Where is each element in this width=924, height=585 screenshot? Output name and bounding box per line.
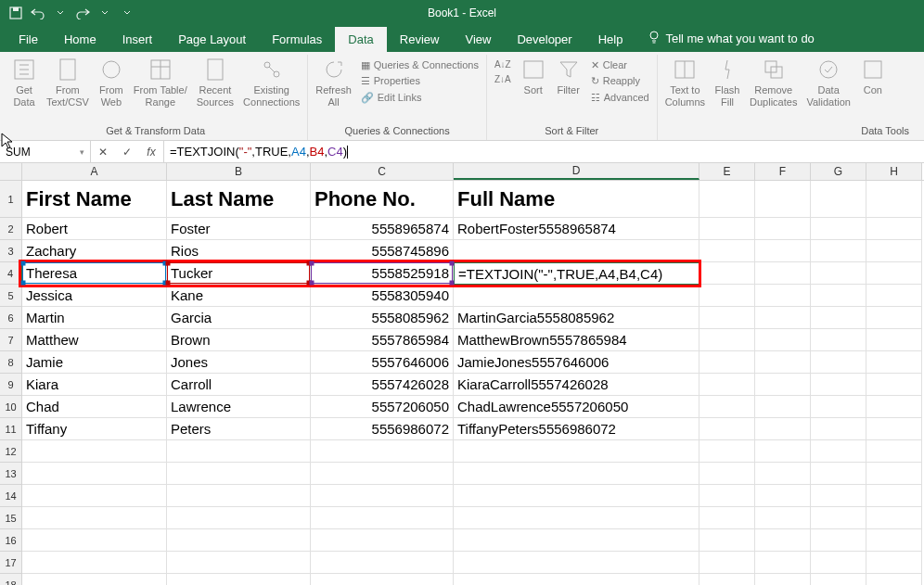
cell-B4[interactable]: Tucker	[167, 262, 311, 285]
cell-E1[interactable]	[699, 181, 755, 218]
save-icon[interactable]	[7, 5, 24, 21]
cell-C10[interactable]: 5557206050	[311, 396, 454, 418]
column-header-F[interactable]: F	[755, 163, 811, 180]
row-header-7[interactable]: 7	[0, 329, 22, 351]
tab-data[interactable]: Data	[335, 27, 386, 52]
cell-G13[interactable]	[811, 463, 866, 485]
cell-H6[interactable]	[866, 307, 922, 329]
cell-H3[interactable]	[866, 240, 922, 262]
cell-A1[interactable]: First Name	[22, 181, 167, 218]
cell-G3[interactable]	[811, 240, 866, 262]
cell-C17[interactable]	[311, 552, 454, 574]
cell-C3[interactable]: 5558745896	[311, 240, 454, 262]
cell-A6[interactable]: Martin	[22, 307, 167, 329]
cell-H8[interactable]	[866, 351, 922, 374]
cell-C7[interactable]: 5557865984	[311, 329, 454, 351]
cell-G4[interactable]	[811, 262, 866, 285]
row-header-16[interactable]: 16	[0, 529, 22, 552]
from-textcsv-button[interactable]: From Text/CSV	[46, 57, 89, 108]
cell-A13[interactable]	[22, 463, 167, 485]
cell-B2[interactable]: Foster	[167, 218, 311, 240]
row-header-1[interactable]: 1	[0, 181, 22, 218]
refresh-all-button[interactable]: Refresh All	[315, 57, 352, 108]
cell-D16[interactable]	[454, 529, 699, 552]
cell-H16[interactable]	[866, 529, 922, 552]
tab-view[interactable]: View	[452, 27, 504, 52]
cell-F17[interactable]	[755, 552, 811, 574]
cell-E13[interactable]	[699, 463, 755, 485]
cell-F11[interactable]	[755, 418, 811, 440]
cell-G14[interactable]	[811, 485, 866, 507]
cell-A2[interactable]: Robert	[22, 218, 167, 240]
cell-G12[interactable]	[811, 440, 866, 463]
cell-E11[interactable]	[699, 418, 755, 440]
cell-E14[interactable]	[699, 485, 755, 507]
row-header-6[interactable]: 6	[0, 307, 22, 329]
cell-F1[interactable]	[755, 181, 811, 218]
cell-A16[interactable]	[22, 529, 167, 552]
cell-G8[interactable]	[811, 351, 866, 374]
cell-H18[interactable]	[866, 574, 922, 585]
cell-D6[interactable]: MartinGarcia5558085962	[454, 307, 699, 329]
cell-H2[interactable]	[866, 218, 922, 240]
cell-D17[interactable]	[454, 552, 699, 574]
filter-button[interactable]: Filter	[556, 57, 582, 96]
sort-button[interactable]: Sort	[520, 57, 546, 96]
row-header-4[interactable]: 4	[0, 262, 22, 285]
undo-dropdown-icon[interactable]	[52, 5, 69, 21]
enter-formula-button[interactable]: ✓	[115, 146, 139, 159]
cell-D12[interactable]	[454, 440, 699, 463]
cell-F5[interactable]	[755, 285, 811, 307]
row-header-13[interactable]: 13	[0, 463, 22, 485]
cell-H17[interactable]	[866, 552, 922, 574]
cell-A15[interactable]	[22, 507, 167, 529]
cell-G11[interactable]	[811, 418, 866, 440]
column-header-G[interactable]: G	[811, 163, 866, 180]
cell-A18[interactable]	[22, 574, 167, 585]
cell-F3[interactable]	[755, 240, 811, 262]
cell-B8[interactable]: Jones	[167, 351, 311, 374]
cell-C2[interactable]: 5558965874	[311, 218, 454, 240]
spreadsheet-grid[interactable]: ABCDEFGH1First NameLast NamePhone No.Ful…	[0, 163, 924, 585]
column-header-E[interactable]: E	[699, 163, 755, 180]
cell-B11[interactable]: Peters	[167, 418, 311, 440]
cell-C5[interactable]: 5558305940	[311, 285, 454, 307]
cell-D15[interactable]	[454, 507, 699, 529]
cell-G1[interactable]	[811, 181, 866, 218]
cell-D1[interactable]: Full Name	[454, 181, 699, 218]
column-header-A[interactable]: A	[22, 163, 167, 180]
cell-A4[interactable]: Theresa	[22, 262, 167, 285]
cell-G15[interactable]	[811, 507, 866, 529]
redo-dropdown-icon[interactable]	[96, 5, 113, 21]
column-header-C[interactable]: C	[311, 163, 454, 180]
column-header-B[interactable]: B	[167, 163, 311, 180]
row-header-8[interactable]: 8	[0, 351, 22, 374]
row-header-15[interactable]: 15	[0, 507, 22, 529]
cell-C8[interactable]: 5557646006	[311, 351, 454, 374]
cell-E9[interactable]	[699, 374, 755, 396]
cell-G18[interactable]	[811, 574, 866, 585]
cell-A3[interactable]: Zachary	[22, 240, 167, 262]
row-header-9[interactable]: 9	[0, 374, 22, 396]
remove-duplicates-button[interactable]: Remove Duplicates	[750, 57, 797, 108]
tab-developer[interactable]: Developer	[504, 27, 584, 52]
cell-E10[interactable]	[699, 396, 755, 418]
cell-B12[interactable]	[167, 440, 311, 463]
cell-B1[interactable]: Last Name	[167, 181, 311, 218]
cell-B14[interactable]	[167, 485, 311, 507]
cell-C13[interactable]	[311, 463, 454, 485]
cell-G5[interactable]	[811, 285, 866, 307]
cell-A8[interactable]: Jamie	[22, 351, 167, 374]
text-to-columns-button[interactable]: Text to Columns	[665, 57, 705, 108]
cell-H14[interactable]	[866, 485, 922, 507]
row-header-10[interactable]: 10	[0, 396, 22, 418]
tab-file[interactable]: File	[6, 27, 51, 52]
cell-F14[interactable]	[755, 485, 811, 507]
cell-B15[interactable]	[167, 507, 311, 529]
cell-H7[interactable]	[866, 329, 922, 351]
cell-H11[interactable]	[866, 418, 922, 440]
cell-F18[interactable]	[755, 574, 811, 585]
cell-B10[interactable]: Lawrence	[167, 396, 311, 418]
cell-B18[interactable]	[167, 574, 311, 585]
reapply-button[interactable]: ↻Reapply	[591, 74, 649, 88]
